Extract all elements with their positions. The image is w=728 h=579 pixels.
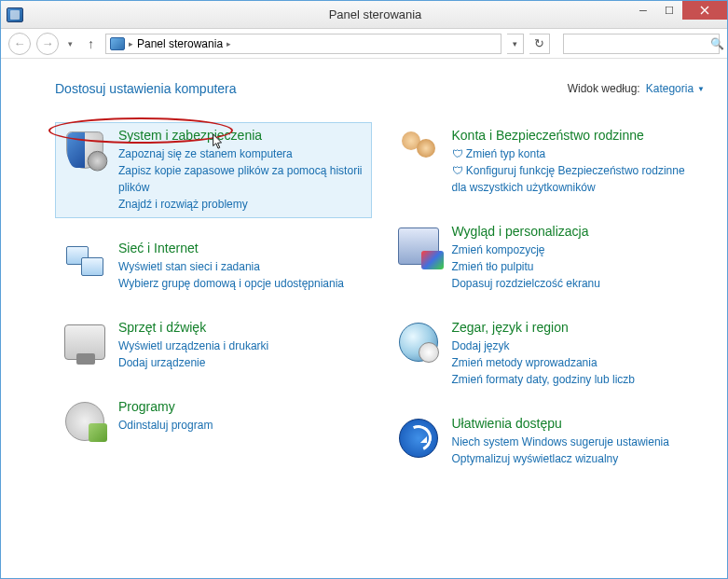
forward-button[interactable]: → (36, 33, 59, 55)
chevron-down-icon: ▼ (697, 85, 705, 93)
right-column: Konta i Bezpieczeństwo rodzinne 🛡 Zmień … (389, 122, 706, 489)
globe-clock-icon (396, 320, 441, 365)
history-dropdown-icon[interactable]: ▾ (68, 39, 73, 48)
sublink[interactable]: 🛡 Zmień typ konta (452, 145, 698, 162)
refresh-button[interactable]: ↻ (529, 34, 550, 54)
category-system-security[interactable]: System i zabezpieczenia Zapoznaj się ze … (55, 122, 372, 218)
back-button[interactable]: ← (8, 33, 31, 55)
window-title: Panel sterowania (23, 7, 727, 21)
sublink[interactable]: Dopasuj rozdzielczość ekranu (452, 275, 698, 292)
sublink[interactable]: Optymalizuj wyświetlacz wizualny (452, 450, 698, 467)
users-icon (396, 128, 441, 172)
sublink[interactable]: Wyświetl urządzenia i drukarki (118, 338, 364, 354)
breadcrumb-location[interactable]: Panel sterowania (137, 37, 223, 50)
sublink[interactable]: Zmień tło pulpitu (452, 258, 698, 275)
appearance-icon (396, 224, 441, 269)
view-by-value: Kategoria (646, 82, 694, 95)
printer-icon (62, 320, 107, 365)
view-by-label: Widok według: (568, 82, 640, 95)
sublink[interactable]: Wybierz grupę domową i opcje udostępnian… (118, 275, 364, 292)
chevron-right-icon: ▸ (227, 39, 231, 48)
category-title[interactable]: Sieć i Internet (118, 241, 364, 255)
category-programs[interactable]: Programy Odinstaluj program (55, 393, 372, 449)
sublink[interactable]: Znajdź i rozwiąż problemy (118, 196, 364, 213)
navbar: ← → ▾ ↑ ▸ Panel sterowania ▸ ▾ ↻ 🔍 (1, 29, 727, 59)
category-title[interactable]: Sprzęt i dźwięk (118, 320, 364, 335)
search-box[interactable]: 🔍 (563, 34, 720, 54)
category-appearance[interactable]: Wygląd i personalizacja Zmień kompozycję… (389, 218, 706, 297)
shield-icon (62, 128, 107, 172)
category-network[interactable]: Sieć i Internet Wyświetl stan sieci i za… (55, 235, 372, 297)
app-icon (7, 7, 23, 22)
sublink[interactable]: Dodaj język (452, 338, 698, 354)
category-clock-region[interactable]: Zegar, język i region Dodaj język Zmień … (389, 314, 706, 393)
category-title[interactable]: Programy (118, 399, 364, 414)
sublink[interactable]: Zapisz kopie zapasowe plików za pomocą h… (118, 162, 364, 196)
category-ease-of-access[interactable]: Ułatwienia dostępu Niech system Windows … (389, 410, 706, 473)
sublink[interactable]: Dodaj urządzenie (118, 354, 364, 371)
category-title[interactable]: Wygląd i personalizacja (452, 224, 698, 239)
disc-icon (62, 399, 107, 444)
category-hardware[interactable]: Sprzęt i dźwięk Wyświetl urządzenia i dr… (55, 314, 372, 377)
view-by-dropdown[interactable]: Kategoria ▼ (646, 82, 705, 95)
category-title[interactable]: Konta i Bezpieczeństwo rodzinne (452, 128, 698, 143)
close-button[interactable] (682, 1, 727, 20)
left-column: System i zabezpieczenia Zapoznaj się ze … (55, 122, 372, 489)
chevron-right-icon: ▸ (129, 39, 133, 48)
titlebar: Panel sterowania ─ ☐ (1, 1, 727, 29)
ease-of-access-icon (396, 416, 441, 461)
content-area: Dostosuj ustawienia komputera Widok wedł… (1, 59, 727, 578)
minimize-button[interactable]: ─ (630, 1, 656, 20)
sublink[interactable]: Wyświetl stan sieci i zadania (118, 258, 364, 275)
sublink[interactable]: Zmień formaty daty, godziny lub liczb (452, 371, 698, 388)
up-button[interactable]: ↑ (88, 36, 94, 51)
search-icon[interactable]: 🔍 (710, 37, 724, 50)
sublink[interactable]: Zmień metody wprowadzania (452, 354, 698, 371)
breadcrumb-dropdown[interactable]: ▾ (507, 34, 524, 54)
maximize-button[interactable]: ☐ (656, 1, 682, 20)
sublink[interactable]: Odinstaluj program (118, 417, 364, 434)
sublink[interactable]: Niech system Windows sugeruje ustawienia (452, 434, 698, 450)
network-icon (62, 241, 107, 285)
category-accounts[interactable]: Konta i Bezpieczeństwo rodzinne 🛡 Zmień … (389, 122, 706, 201)
category-title[interactable]: System i zabezpieczenia (118, 128, 364, 143)
page-title: Dostosuj ustawienia komputera (55, 81, 568, 96)
control-panel-icon (110, 37, 125, 50)
category-title[interactable]: Ułatwienia dostępu (452, 416, 698, 431)
breadcrumb[interactable]: ▸ Panel sterowania ▸ (105, 34, 501, 54)
search-input[interactable] (570, 37, 710, 50)
sublink[interactable]: Zmień kompozycję (452, 241, 698, 258)
sublink[interactable]: 🛡 Konfiguruj funkcję Bezpieczeństwo rodz… (452, 162, 698, 196)
category-title[interactable]: Zegar, język i region (452, 320, 698, 335)
sublink[interactable]: Zapoznaj się ze stanem komputera (118, 145, 364, 162)
